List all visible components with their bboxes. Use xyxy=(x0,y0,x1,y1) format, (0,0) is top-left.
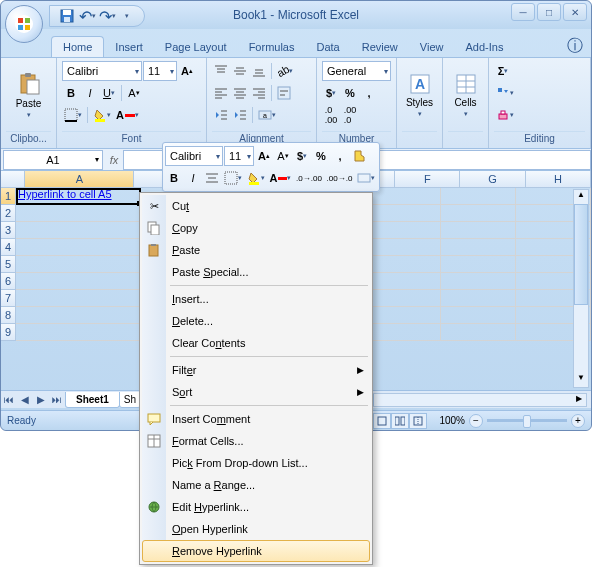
column-header-a[interactable]: A xyxy=(25,171,134,187)
decrease-indent-button[interactable] xyxy=(212,105,230,125)
menu-paste-special[interactable]: Paste Special... xyxy=(142,261,370,283)
tab-page-layout[interactable]: Page Layout xyxy=(154,37,238,57)
tab-insert[interactable]: Insert xyxy=(104,37,154,57)
cell[interactable] xyxy=(441,239,516,256)
row-header-2[interactable]: 2 xyxy=(1,205,16,222)
scroll-right-button[interactable]: ▶ xyxy=(572,394,586,406)
column-header-h[interactable]: H xyxy=(526,171,591,187)
fx-button[interactable]: fx xyxy=(105,154,123,166)
align-bottom-button[interactable] xyxy=(250,61,268,81)
column-header-f[interactable]: F xyxy=(395,171,460,187)
cell[interactable] xyxy=(441,290,516,307)
column-header-g[interactable]: G xyxy=(460,171,525,187)
row-header-6[interactable]: 6 xyxy=(1,273,16,290)
bold-button[interactable]: B xyxy=(62,83,80,103)
mini-align-center[interactable] xyxy=(203,167,221,189)
align-left-button[interactable] xyxy=(212,83,230,103)
menu-edit-hyperlink[interactable]: Edit Hyperlink... xyxy=(142,496,370,518)
office-button[interactable] xyxy=(5,5,43,43)
percent-format-button[interactable]: % xyxy=(341,83,359,103)
mini-italic[interactable]: I xyxy=(184,167,202,189)
cell[interactable] xyxy=(16,273,141,290)
last-sheet-button[interactable]: ⏭ xyxy=(49,394,65,405)
mini-dec-decimal[interactable]: .00→.0 xyxy=(325,167,354,189)
zoom-slider[interactable] xyxy=(487,419,567,422)
undo-button[interactable]: ↶▾ xyxy=(78,7,96,25)
menu-delete[interactable]: Delete... xyxy=(142,310,370,332)
cell[interactable] xyxy=(16,239,141,256)
styles-button[interactable]: AStyles▾ xyxy=(402,61,437,129)
zoom-in-button[interactable]: + xyxy=(571,414,585,428)
fill-color-button[interactable]: ▾ xyxy=(91,105,113,125)
font-name-combo[interactable]: Calibri xyxy=(62,61,142,81)
cell[interactable] xyxy=(16,307,141,324)
cell[interactable] xyxy=(366,222,441,239)
normal-view-button[interactable] xyxy=(373,413,391,429)
first-sheet-button[interactable]: ⏮ xyxy=(1,394,17,405)
cell[interactable] xyxy=(441,222,516,239)
borders-button[interactable]: ▾ xyxy=(62,105,84,125)
menu-copy[interactable]: Copy xyxy=(142,217,370,239)
cell[interactable] xyxy=(441,324,516,341)
tab-home[interactable]: Home xyxy=(51,36,104,57)
cell[interactable] xyxy=(441,205,516,222)
menu-insert-comment[interactable]: Insert Comment xyxy=(142,408,370,430)
menu-cut[interactable]: ✂Cut xyxy=(142,195,370,217)
mini-font-color[interactable]: A▾ xyxy=(268,167,294,189)
cell[interactable] xyxy=(441,256,516,273)
align-center-button[interactable] xyxy=(231,83,249,103)
mini-comma[interactable]: , xyxy=(331,145,349,167)
cell-a1[interactable]: Hyperlink to cell A5 xyxy=(16,188,141,205)
scroll-down-button[interactable]: ▼ xyxy=(574,373,588,387)
row-header-4[interactable]: 4 xyxy=(1,239,16,256)
paste-button[interactable]: Paste▾ xyxy=(6,61,51,129)
cell[interactable] xyxy=(366,324,441,341)
cell[interactable] xyxy=(366,239,441,256)
cell[interactable] xyxy=(16,205,141,222)
cell[interactable] xyxy=(16,324,141,341)
number-format-combo[interactable]: General xyxy=(322,61,391,81)
menu-paste[interactable]: Paste xyxy=(142,239,370,261)
mini-format-painter[interactable] xyxy=(350,145,368,167)
menu-remove-hyperlink[interactable]: Remove Hyperlink xyxy=(142,540,370,562)
mini-font-name[interactable]: Calibri xyxy=(165,146,223,166)
mini-font-size[interactable]: 11 xyxy=(224,146,254,166)
save-button[interactable] xyxy=(58,7,76,25)
fill-button[interactable]: ▾ xyxy=(494,83,516,103)
align-middle-button[interactable] xyxy=(231,61,249,81)
cell[interactable] xyxy=(366,290,441,307)
mini-accounting[interactable]: $▾ xyxy=(293,145,311,167)
page-break-view-button[interactable] xyxy=(409,413,427,429)
cell[interactable] xyxy=(16,222,141,239)
tab-data[interactable]: Data xyxy=(305,37,350,57)
menu-format-cells[interactable]: Format Cells... xyxy=(142,430,370,452)
tab-addins[interactable]: Add-Ins xyxy=(454,37,514,57)
sheet-tab-partial[interactable]: Sh xyxy=(119,392,141,408)
cell[interactable] xyxy=(366,307,441,324)
increase-decimal-button[interactable]: .0.00 xyxy=(322,105,340,125)
row-header-3[interactable]: 3 xyxy=(1,222,16,239)
menu-open-hyperlink[interactable]: Open Hyperlink xyxy=(142,518,370,540)
mini-merge[interactable]: ▾ xyxy=(355,167,377,189)
shrink-font-button[interactable]: A▾ xyxy=(125,83,143,103)
minimize-button[interactable]: ─ xyxy=(511,3,535,21)
help-button[interactable]: ⓘ xyxy=(567,36,583,57)
comma-format-button[interactable]: , xyxy=(360,83,378,103)
cell[interactable] xyxy=(441,273,516,290)
cells-button[interactable]: Cells▾ xyxy=(448,61,483,129)
cell[interactable] xyxy=(16,256,141,273)
next-sheet-button[interactable]: ▶ xyxy=(33,394,49,405)
font-color-button[interactable]: A▾ xyxy=(114,105,141,125)
mini-inc-decimal[interactable]: .0→.00 xyxy=(294,167,323,189)
menu-insert[interactable]: Insert... xyxy=(142,288,370,310)
row-header-5[interactable]: 5 xyxy=(1,256,16,273)
cell[interactable] xyxy=(16,290,141,307)
zoom-out-button[interactable]: − xyxy=(469,414,483,428)
orientation-button[interactable]: ab▾ xyxy=(275,61,295,81)
underline-button[interactable]: U▾ xyxy=(100,83,118,103)
tab-review[interactable]: Review xyxy=(351,37,409,57)
cell[interactable] xyxy=(441,307,516,324)
tab-view[interactable]: View xyxy=(409,37,455,57)
align-right-button[interactable] xyxy=(250,83,268,103)
merge-center-button[interactable]: a▾ xyxy=(256,105,278,125)
